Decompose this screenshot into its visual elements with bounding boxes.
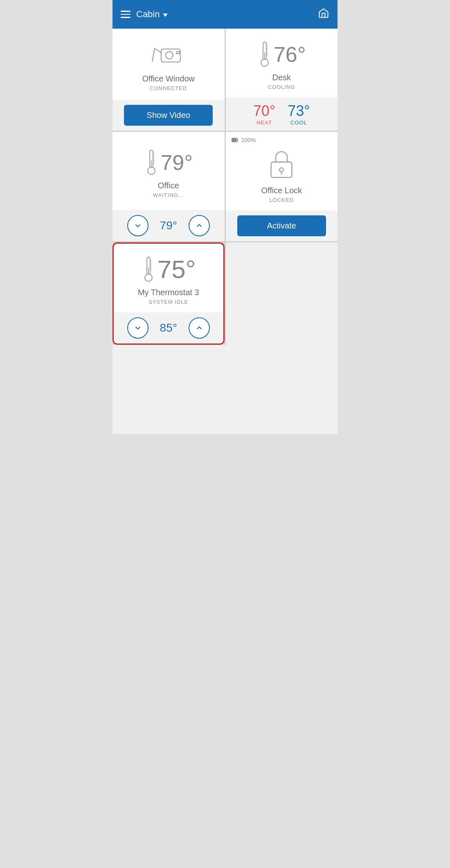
office-setpoint: 79°: [160, 219, 177, 232]
heat-label: HEAT: [256, 120, 272, 126]
thermostat3-name: My Thermostat 3: [138, 288, 199, 297]
desk-thermo-name: Desk: [272, 73, 291, 82]
office-thermo-body: 79° Office WAITING...: [112, 132, 225, 210]
svg-point-13: [148, 167, 155, 174]
lock-status: LOCKED: [270, 197, 294, 203]
empty-slot: [226, 242, 338, 345]
svg-rect-20: [232, 139, 236, 142]
device-grid: Office Window CONNECTED Show Video: [112, 29, 338, 345]
cool-col: 73° COOL: [288, 102, 310, 126]
header-left: Cabin: [121, 9, 168, 20]
svg-point-1: [166, 52, 173, 59]
thermostat3-card: 75° My Thermostat 3 SYSTEM IDLE 85°: [112, 242, 225, 345]
header-title[interactable]: Cabin: [136, 9, 168, 20]
thermostat3-temp-up-button[interactable]: [189, 317, 210, 339]
thermostat3-controls: 85°: [114, 312, 223, 344]
office-thermo-card: 79° Office WAITING... 79°: [112, 132, 225, 241]
svg-rect-4: [177, 52, 180, 54]
heat-cool-row: 70° HEAT 73° COOL: [253, 102, 310, 126]
office-temp-value: 79°: [160, 152, 193, 173]
desk-thermo-display: 76°: [257, 40, 306, 69]
desk-thermo-status: COOLING: [268, 84, 295, 90]
home-icon[interactable]: [318, 7, 329, 21]
heat-col: 70° HEAT: [253, 102, 275, 126]
lock-footer: Activate: [226, 210, 338, 241]
show-video-button[interactable]: Show Video: [124, 105, 213, 126]
battery-icon: [232, 138, 239, 142]
lock-card: 100% Office Lock LOCKED Activate: [226, 132, 338, 241]
thermostat3-display: 75°: [141, 255, 196, 284]
thermostat3-body: 75° My Thermostat 3 SYSTEM IDLE: [114, 244, 223, 312]
heat-temp: 70°: [253, 102, 275, 120]
desk-thermo-body: 76° Desk COOLING: [226, 29, 338, 97]
lock-card-body: Office Lock LOCKED: [226, 143, 338, 210]
battery-percent: 100%: [241, 137, 256, 143]
camera-name: Office Window: [142, 74, 195, 84]
office-thermo-controls: 79°: [112, 210, 225, 241]
camera-footer: Show Video: [112, 100, 225, 131]
svg-rect-21: [271, 162, 292, 178]
camera-icon: [150, 41, 187, 68]
svg-line-3: [152, 48, 154, 62]
thermostat3-temp-value: 75°: [158, 257, 196, 282]
office-temp-down-button[interactable]: [127, 215, 148, 236]
office-thermo-status: WAITING...: [153, 192, 184, 198]
lock-name: Office Lock: [261, 186, 302, 195]
desk-thermo-footer: 70° HEAT 73° COOL: [226, 97, 338, 131]
cool-label: COOL: [290, 120, 307, 126]
location-name: Cabin: [136, 9, 160, 20]
svg-point-6: [261, 59, 268, 66]
office-thermo-display: 79°: [144, 148, 193, 177]
svg-point-22: [280, 168, 284, 172]
header: Cabin: [112, 0, 338, 29]
desk-temp-value: 76°: [274, 44, 306, 65]
thermostat3-setpoint: 85°: [160, 321, 177, 335]
camera-status: CONNECTED: [150, 85, 187, 91]
thermostat3-status: SYSTEM IDLE: [148, 299, 188, 305]
activate-button[interactable]: Activate: [237, 215, 326, 236]
camera-card: Office Window CONNECTED Show Video: [112, 29, 225, 131]
battery-row: 100%: [226, 132, 338, 143]
svg-point-25: [145, 274, 152, 281]
thermostat3-temp-down-button[interactable]: [127, 317, 148, 339]
office-temp-up-button[interactable]: [189, 215, 210, 236]
phone-container: Cabin: [112, 0, 338, 434]
menu-icon[interactable]: [121, 11, 130, 18]
cool-temp: 73°: [288, 102, 310, 120]
svg-rect-0: [161, 49, 180, 62]
desk-thermo-card: 76° Desk COOLING 70° HEAT 73° COOL: [226, 29, 338, 131]
camera-card-body: Office Window CONNECTED: [112, 29, 225, 100]
lock-icon: [267, 147, 296, 180]
chevron-down-icon: [163, 14, 168, 17]
svg-line-2: [155, 48, 161, 53]
office-thermo-name: Office: [158, 181, 179, 190]
